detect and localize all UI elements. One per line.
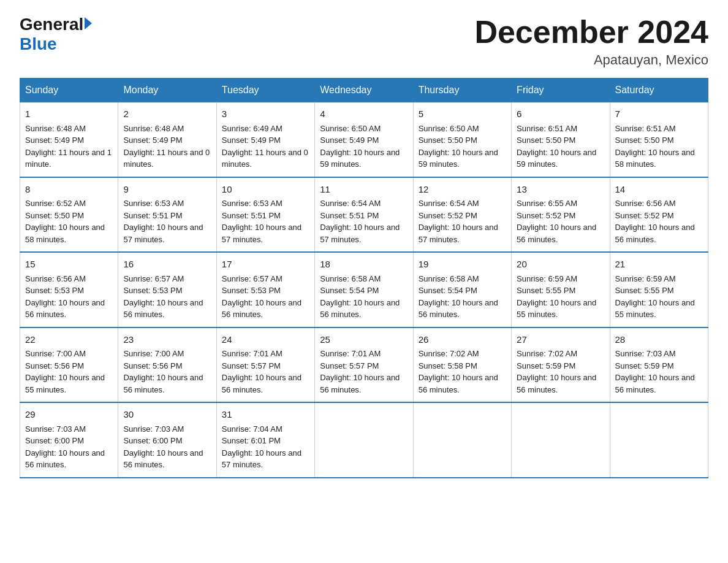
table-row: 30Sunrise: 7:03 AMSunset: 6:00 PMDayligh… — [118, 402, 216, 478]
day-number: 10 — [222, 183, 309, 197]
day-number: 26 — [419, 333, 506, 347]
day-number: 2 — [123, 107, 211, 121]
table-row: 3Sunrise: 6:49 AMSunset: 5:49 PMDaylight… — [216, 102, 314, 177]
header-tuesday: Tuesday — [216, 79, 314, 102]
header-saturday: Saturday — [610, 79, 708, 102]
day-number: 16 — [123, 258, 211, 272]
day-number: 28 — [615, 333, 703, 347]
table-row: 12Sunrise: 6:54 AMSunset: 5:52 PMDayligh… — [413, 177, 511, 253]
table-row: 1Sunrise: 6:48 AMSunset: 5:49 PMDaylight… — [20, 102, 118, 177]
table-row: 7Sunrise: 6:51 AMSunset: 5:50 PMDaylight… — [610, 102, 708, 177]
day-number: 22 — [25, 333, 113, 347]
logo-blue-text: Blue — [20, 34, 92, 54]
day-number: 8 — [25, 183, 113, 197]
table-row: 2Sunrise: 6:48 AMSunset: 5:49 PMDaylight… — [118, 102, 216, 177]
day-number: 30 — [123, 408, 211, 422]
day-number: 14 — [615, 183, 703, 197]
calendar-table: Sunday Monday Tuesday Wednesday Thursday… — [20, 78, 708, 478]
table-row — [610, 402, 708, 478]
day-number: 12 — [419, 183, 506, 197]
table-row: 31Sunrise: 7:04 AMSunset: 6:01 PMDayligh… — [216, 402, 314, 478]
calendar-body: 1Sunrise: 6:48 AMSunset: 5:49 PMDaylight… — [20, 102, 708, 478]
calendar-header: Sunday Monday Tuesday Wednesday Thursday… — [20, 79, 708, 102]
day-number: 13 — [517, 183, 604, 197]
day-number: 18 — [320, 258, 408, 272]
table-row: 21Sunrise: 6:59 AMSunset: 5:55 PMDayligh… — [610, 252, 708, 327]
table-row: 23Sunrise: 7:00 AMSunset: 5:56 PMDayligh… — [118, 327, 216, 403]
table-row: 11Sunrise: 6:54 AMSunset: 5:51 PMDayligh… — [315, 177, 413, 253]
logo-general-text: General — [20, 15, 83, 34]
table-row — [315, 402, 413, 478]
table-row: 16Sunrise: 6:57 AMSunset: 5:53 PMDayligh… — [118, 252, 216, 327]
month-title: December 2024 — [474, 15, 708, 50]
header-monday: Monday — [118, 79, 216, 102]
day-number: 23 — [123, 333, 211, 347]
table-row: 22Sunrise: 7:00 AMSunset: 5:56 PMDayligh… — [20, 327, 118, 403]
table-row: 10Sunrise: 6:53 AMSunset: 5:51 PMDayligh… — [216, 177, 314, 253]
logo: General Blue — [20, 15, 92, 54]
day-number: 15 — [25, 258, 113, 272]
day-number: 20 — [517, 258, 604, 272]
table-row: 26Sunrise: 7:02 AMSunset: 5:58 PMDayligh… — [413, 327, 511, 403]
day-number: 4 — [320, 107, 408, 121]
day-number: 9 — [123, 183, 211, 197]
header-wednesday: Wednesday — [315, 79, 413, 102]
table-row: 4Sunrise: 6:50 AMSunset: 5:49 PMDaylight… — [315, 102, 413, 177]
table-row: 8Sunrise: 6:52 AMSunset: 5:50 PMDaylight… — [20, 177, 118, 253]
table-row: 17Sunrise: 6:57 AMSunset: 5:53 PMDayligh… — [216, 252, 314, 327]
day-number: 7 — [615, 107, 703, 121]
table-row: 27Sunrise: 7:02 AMSunset: 5:59 PMDayligh… — [512, 327, 610, 403]
table-row: 5Sunrise: 6:50 AMSunset: 5:50 PMDaylight… — [413, 102, 511, 177]
title-section: December 2024 Apatauyan, Mexico — [474, 15, 708, 68]
location-subtitle: Apatauyan, Mexico — [474, 52, 708, 68]
day-number: 19 — [419, 258, 506, 272]
table-row — [512, 402, 610, 478]
table-row: 13Sunrise: 6:55 AMSunset: 5:52 PMDayligh… — [512, 177, 610, 253]
table-row — [413, 402, 511, 478]
table-row: 15Sunrise: 6:56 AMSunset: 5:53 PMDayligh… — [20, 252, 118, 327]
table-row: 18Sunrise: 6:58 AMSunset: 5:54 PMDayligh… — [315, 252, 413, 327]
table-row: 6Sunrise: 6:51 AMSunset: 5:50 PMDaylight… — [512, 102, 610, 177]
table-row: 29Sunrise: 7:03 AMSunset: 6:00 PMDayligh… — [20, 402, 118, 478]
day-number: 25 — [320, 333, 408, 347]
logo-arrow-icon — [85, 17, 92, 29]
day-number: 1 — [25, 107, 113, 121]
table-row: 28Sunrise: 7:03 AMSunset: 5:59 PMDayligh… — [610, 327, 708, 403]
day-number: 29 — [25, 408, 113, 422]
day-number: 6 — [517, 107, 604, 121]
table-row: 24Sunrise: 7:01 AMSunset: 5:57 PMDayligh… — [216, 327, 314, 403]
day-number: 17 — [222, 258, 309, 272]
table-row: 20Sunrise: 6:59 AMSunset: 5:55 PMDayligh… — [512, 252, 610, 327]
table-row: 19Sunrise: 6:58 AMSunset: 5:54 PMDayligh… — [413, 252, 511, 327]
day-number: 31 — [222, 408, 309, 422]
page-header: General Blue December 2024 Apatauyan, Me… — [20, 15, 708, 68]
header-friday: Friday — [512, 79, 610, 102]
day-number: 5 — [419, 107, 506, 121]
table-row: 25Sunrise: 7:01 AMSunset: 5:57 PMDayligh… — [315, 327, 413, 403]
table-row: 14Sunrise: 6:56 AMSunset: 5:52 PMDayligh… — [610, 177, 708, 253]
header-sunday: Sunday — [20, 79, 118, 102]
day-number: 21 — [615, 258, 703, 272]
table-row: 9Sunrise: 6:53 AMSunset: 5:51 PMDaylight… — [118, 177, 216, 253]
day-number: 24 — [222, 333, 309, 347]
day-number: 11 — [320, 183, 408, 197]
day-number: 27 — [517, 333, 604, 347]
day-number: 3 — [222, 107, 309, 121]
header-thursday: Thursday — [413, 79, 511, 102]
